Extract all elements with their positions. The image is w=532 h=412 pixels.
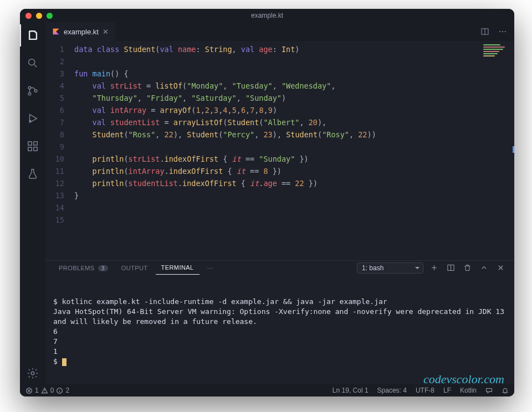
status-encoding[interactable]: UTF-8 <box>416 387 434 394</box>
status-cursor-position[interactable]: Ln 19, Col 1 <box>332 387 369 394</box>
svg-rect-7 <box>34 147 37 151</box>
svg-point-2 <box>28 92 31 95</box>
new-terminal-icon[interactable] <box>428 262 440 274</box>
svg-point-11 <box>499 31 500 32</box>
maximize-panel-icon[interactable] <box>478 262 490 274</box>
extensions-icon[interactable] <box>20 135 45 157</box>
code-content[interactable]: data class Student(val name: String, val… <box>74 41 481 260</box>
svg-point-3 <box>34 90 37 92</box>
tab-close-icon[interactable]: ✕ <box>103 28 109 36</box>
split-editor-icon[interactable] <box>478 24 492 39</box>
kotlin-file-icon <box>52 28 60 35</box>
svg-rect-8 <box>34 142 37 145</box>
svg-point-0 <box>29 59 35 65</box>
titlebar[interactable]: example.kt <box>20 9 514 22</box>
editor-window: example.kt <box>20 9 514 396</box>
status-indentation[interactable]: Spaces: 4 <box>377 387 407 394</box>
svg-rect-5 <box>28 142 32 145</box>
settings-gear-icon[interactable] <box>20 362 45 384</box>
tab-filename: example.kt <box>64 28 99 36</box>
explorer-icon[interactable] <box>20 24 45 47</box>
minimap[interactable] <box>481 41 514 260</box>
line-number-gutter: 123456789101112131415 <box>45 41 74 260</box>
svg-point-4 <box>29 120 31 122</box>
tab-terminal[interactable]: TERMINAL <box>156 261 200 275</box>
feedback-icon[interactable] <box>485 387 493 394</box>
status-errors-warnings[interactable]: 1 0 2 <box>25 387 69 394</box>
tab-bar: example.kt ✕ <box>45 22 514 41</box>
overview-ruler-marker <box>513 146 514 153</box>
svg-point-1 <box>28 86 31 89</box>
more-actions-icon[interactable] <box>495 24 510 39</box>
notifications-bell-icon[interactable] <box>502 387 509 394</box>
split-terminal-icon[interactable] <box>444 262 457 274</box>
status-eol[interactable]: LF <box>443 387 451 394</box>
panel-more-icon[interactable]: ··· <box>202 261 219 275</box>
bottom-panel: PROBLEMS3 OUTPUT TERMINAL ··· 1: bash <box>45 260 514 384</box>
svg-point-9 <box>31 372 34 375</box>
code-panel[interactable]: 123456789101112131415 data class Student… <box>45 41 514 260</box>
editor-area: example.kt ✕ 123456789101112131415 data … <box>45 22 514 384</box>
tab-output[interactable]: OUTPUT <box>116 261 154 275</box>
source-control-icon[interactable] <box>20 80 45 102</box>
watermark-text: codevscolor.com <box>423 374 504 384</box>
svg-rect-6 <box>28 147 32 151</box>
svg-point-12 <box>502 31 503 32</box>
status-language[interactable]: Kotlin <box>460 387 477 394</box>
window-title: example.kt <box>20 12 514 19</box>
tab-example-kt[interactable]: example.kt ✕ <box>45 22 115 41</box>
problems-badge: 3 <box>98 265 108 271</box>
search-icon[interactable] <box>20 52 45 74</box>
terminal-content[interactable]: $ kotlinc example.kt -include-runtime -d… <box>45 275 514 384</box>
close-panel-icon[interactable] <box>494 262 507 274</box>
kill-terminal-icon[interactable] <box>461 262 473 274</box>
tab-problems[interactable]: PROBLEMS3 <box>53 261 114 275</box>
testing-icon[interactable] <box>20 163 45 185</box>
terminal-selector-dropdown[interactable]: 1: bash <box>357 262 423 274</box>
status-bar: 1 0 2 Ln 19, Col 1 Spaces: 4 UTF-8 LF Ko… <box>20 384 514 396</box>
run-debug-icon[interactable] <box>20 107 45 130</box>
activity-bar <box>20 22 45 384</box>
panel-tabs: PROBLEMS3 OUTPUT TERMINAL ··· 1: bash <box>45 261 514 275</box>
svg-point-13 <box>505 31 506 32</box>
